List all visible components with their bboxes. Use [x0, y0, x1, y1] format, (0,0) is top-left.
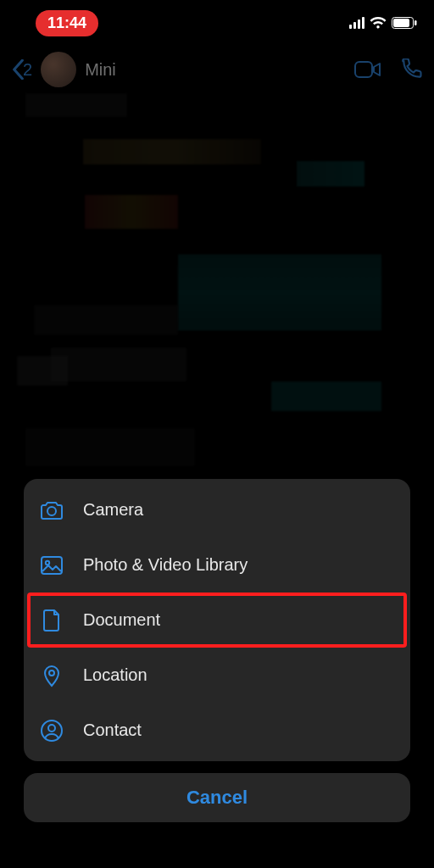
sheet-item-label: Location [83, 665, 147, 685]
cancel-button[interactable]: Cancel [24, 773, 410, 822]
chat-navbar: 2 Mini [0, 46, 434, 93]
sheet-item-label: Contact [83, 721, 142, 740]
photo-icon [39, 553, 64, 578]
status-time-recording[interactable]: 11:44 [36, 10, 98, 36]
svg-point-4 [47, 507, 56, 515]
attach-photo-library[interactable]: Photo & Video Library [24, 537, 410, 593]
phone-icon [400, 58, 422, 81]
avatar[interactable] [41, 52, 76, 87]
contact-icon [39, 718, 64, 743]
attachment-action-sheet: Camera Photo & Video Library Document [24, 479, 410, 822]
cell-signal-icon [349, 17, 364, 29]
voice-call-button[interactable] [400, 58, 422, 81]
contact-name[interactable]: Mini [85, 60, 116, 80]
sheet-item-label: Photo & Video Library [83, 555, 248, 575]
svg-rect-3 [355, 62, 372, 77]
video-icon [354, 61, 381, 78]
location-icon [39, 663, 64, 688]
sheet-item-label: Camera [83, 500, 143, 520]
sheet-item-label: Document [83, 610, 160, 630]
svg-point-7 [49, 670, 54, 676]
back-unread-count: 2 [23, 60, 32, 80]
svg-rect-2 [415, 20, 417, 25]
attach-contact[interactable]: Contact [24, 703, 410, 758]
video-call-button[interactable] [354, 61, 381, 78]
svg-point-9 [48, 725, 55, 732]
svg-rect-1 [393, 19, 409, 27]
status-indicators [349, 17, 417, 29]
wifi-icon [370, 17, 387, 29]
attachment-options-list: Camera Photo & Video Library Document [24, 479, 410, 761]
phone-frame: 11:44 2 Mini [0, 0, 434, 868]
attach-document[interactable]: Document [24, 593, 410, 648]
svg-rect-5 [42, 557, 62, 574]
document-icon [39, 608, 64, 633]
status-bar: 11:44 [0, 0, 434, 46]
attach-location[interactable]: Location [24, 648, 410, 703]
attach-camera[interactable]: Camera [24, 482, 410, 537]
battery-icon [392, 17, 417, 29]
camera-icon [39, 498, 64, 523]
svg-point-6 [46, 560, 49, 564]
back-button[interactable]: 2 [12, 59, 32, 80]
